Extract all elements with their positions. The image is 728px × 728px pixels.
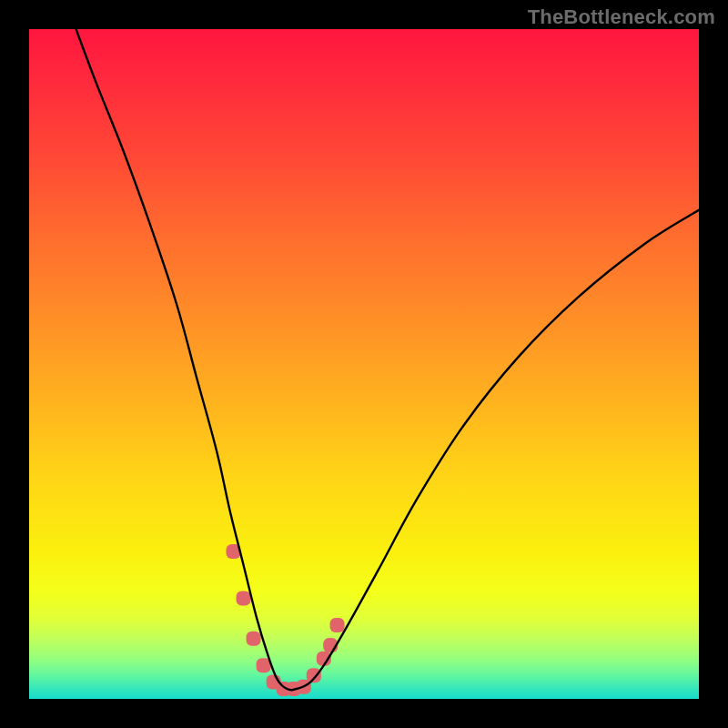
curve-layer — [29, 29, 699, 699]
watermark-text: TheBottleneck.com — [528, 5, 715, 29]
highlight-dot — [307, 668, 321, 682]
chart-frame: TheBottleneck.com — [0, 0, 728, 728]
plot-area — [29, 29, 699, 699]
bottleneck-curve — [76, 29, 699, 690]
highlight-dot — [237, 592, 251, 606]
highlight-dot — [330, 618, 345, 632]
highlight-dot — [247, 632, 261, 646]
